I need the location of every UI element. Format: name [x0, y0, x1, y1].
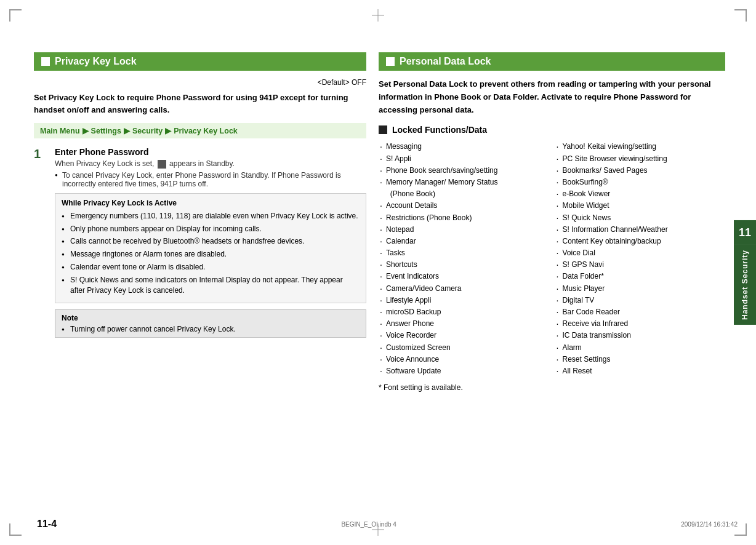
nav-arrow-3: ▶: [165, 126, 171, 135]
func-digital-tv: Digital TV: [555, 295, 726, 306]
func-yahoo-keitai: Yahoo! Keitai viewing/setting: [555, 141, 726, 153]
step-1-sub: When Privacy Key Lock is set, appears in…: [55, 159, 366, 169]
section-header-icon: [41, 57, 50, 66]
locked-functions-title: Locked Functions/Data: [392, 125, 487, 135]
step-1-title: Enter Phone Password: [55, 147, 366, 157]
locked-functions-header: Locked Functions/Data: [379, 125, 725, 135]
func-s-information-channel: S! Information Channel/Weather: [555, 224, 726, 236]
func-s-gps-navi: S! GPS Navi: [555, 259, 726, 271]
func-calendar: Calendar: [379, 236, 549, 247]
func-answer-phone: Answer Phone: [379, 318, 549, 330]
func-voice-announce: Voice Announce: [379, 354, 549, 365]
func-tasks: Tasks: [379, 247, 549, 259]
privacy-key-lock-header: Privacy Key Lock: [34, 52, 366, 71]
corner-mark-tr: [734, 9, 747, 22]
func-bar-code-reader: Bar Code Reader: [555, 306, 726, 318]
func-mobile-widget: Mobile Widget: [555, 200, 726, 212]
func-reset-settings: Reset Settings: [555, 354, 726, 365]
func-account-details: Account Details: [379, 200, 549, 212]
nav-item-privacy-key-lock: Privacy Key Lock: [174, 127, 238, 135]
func-receive-infrared: Receive via Infrared: [555, 318, 726, 330]
privacy-intro-text: Set Privacy Key Lock to require Phone Pa…: [34, 92, 366, 116]
func-music-player: Music Player: [555, 283, 726, 295]
func-notepad: Notepad: [379, 224, 549, 236]
step-1-bullet-1: To cancel Privacy Key Lock, enter Phone …: [55, 171, 366, 188]
nav-breadcrumb: Main Menu ▶ Settings ▶ Security ▶ Privac…: [34, 123, 366, 138]
nav-arrow-1: ▶: [82, 126, 89, 135]
note-item-1: Turning off power cannot cancel Privacy …: [62, 325, 360, 333]
func-all-reset: All Reset: [555, 365, 726, 377]
func-memory-manager: Memory Manager/ Memory Status (Phone Boo…: [379, 177, 549, 200]
while-active-item-6: S! Quick News and some indicators on Int…: [62, 275, 360, 296]
func-shortcuts: Shortcuts: [379, 259, 549, 271]
func-data-folder: Data Folder*: [555, 271, 726, 282]
func-booksurfing: BookSurfing®: [555, 177, 726, 188]
nav-item-main-menu: Main Menu: [40, 127, 80, 135]
side-tab-label: Handset Security: [741, 250, 749, 320]
personal-data-lock-intro: Set Personal Data Lock to prevent others…: [379, 78, 725, 116]
while-active-box: While Privacy Key Lock is Active Emergen…: [55, 193, 366, 304]
func-pc-site-browser: PC Site Browser viewing/setting: [555, 153, 726, 165]
func-content-key: Content Key obtaining/backup: [555, 236, 726, 247]
func-voice-recorder: Voice Recorder: [379, 330, 549, 341]
while-active-item-5: Calendar event tone or Alarm is disabled…: [62, 262, 360, 272]
while-active-title: While Privacy Key Lock is Active: [62, 199, 360, 207]
func-lifestyle-appli: Lifestyle Appli: [379, 295, 549, 306]
section-header-icon-right: [386, 57, 395, 66]
while-active-item-4: Message ringtones or Alarm tones are dis…: [62, 249, 360, 260]
locked-functions-icon: [379, 125, 387, 134]
step-1-content: Enter Phone Password When Privacy Key Lo…: [55, 147, 366, 338]
note-title: Note: [62, 314, 360, 322]
func-restrictions: Restrictions (Phone Book): [379, 212, 549, 224]
page-number: 11-4: [37, 519, 57, 530]
side-tab-text: Handset Security: [734, 245, 756, 325]
left-column: Privacy Key Lock <Default> OFF Set Priva…: [34, 52, 366, 508]
func-voice-dial: Voice Dial: [555, 247, 726, 259]
main-content: Privacy Key Lock <Default> OFF Set Priva…: [34, 52, 725, 508]
functions-right-col: Yahoo! Keitai viewing/setting PC Site Br…: [555, 141, 726, 377]
functions-columns: Messaging S! Appli Phone Book search/sav…: [379, 141, 725, 377]
corner-mark-tl: [9, 9, 22, 22]
right-column: Personal Data Lock Set Personal Data Loc…: [379, 52, 725, 508]
footer: 11-4 BEGIN_E_OI.indb 4 2009/12/14 16:31:…: [0, 519, 756, 530]
while-active-item-1: Emergency numbers (110, 119, 118) are di…: [62, 211, 360, 221]
func-microsd-backup: microSD Backup: [379, 306, 549, 318]
func-software-update: Software Update: [379, 365, 549, 377]
footer-datetime: 2009/12/14 16:31:42: [681, 521, 738, 528]
personal-data-lock-header: Personal Data Lock: [379, 52, 725, 71]
func-customized-screen: Customized Screen: [379, 342, 549, 354]
side-tab-number: 11: [734, 220, 756, 245]
func-phonebook-search: Phone Book search/saving/setting: [379, 165, 549, 177]
func-alarm: Alarm: [555, 342, 726, 354]
step-1-container: 1 Enter Phone Password When Privacy Key …: [34, 147, 366, 338]
func-s-quick-news: S! Quick News: [555, 212, 726, 224]
default-off-label: <Default> OFF: [34, 78, 366, 87]
nav-item-settings: Settings: [91, 127, 121, 135]
func-messaging: Messaging: [379, 141, 549, 153]
func-ebook-viewer: e-Book Viewer: [555, 188, 726, 200]
while-active-item-2: Only phone numbers appear on Display for…: [62, 224, 360, 234]
page-container: 11 Handset Security 11-4 BEGIN_E_OI.indb…: [0, 0, 756, 545]
func-camera: Camera/Video Camera: [379, 283, 549, 295]
func-bookmarks: Bookmarks/ Saved Pages: [555, 165, 726, 177]
func-event-indicators: Event Indicators: [379, 271, 549, 282]
functions-left-col: Messaging S! Appli Phone Book search/sav…: [379, 141, 549, 377]
side-tab: 11 Handset Security: [734, 220, 756, 325]
note-box: Note Turning off power cannot cancel Pri…: [55, 309, 366, 338]
footnote: * Font setting is available.: [379, 383, 725, 392]
personal-data-lock-title: Personal Data Lock: [400, 56, 491, 67]
footer-file: BEGIN_E_OI.indb 4: [341, 521, 396, 528]
cross-top: [372, 9, 384, 22]
privacy-key-lock-title: Privacy Key Lock: [55, 56, 137, 67]
step-1-number: 1: [34, 147, 49, 338]
nav-arrow-2: ▶: [124, 126, 130, 135]
func-s-appli: S! Appli: [379, 153, 549, 165]
phone-standby-icon: [158, 160, 166, 169]
nav-item-security: Security: [132, 127, 163, 135]
while-active-item-3: Calls cannot be received by Bluetooth® h…: [62, 236, 360, 247]
func-ic-data: IC Data transmission: [555, 330, 726, 341]
